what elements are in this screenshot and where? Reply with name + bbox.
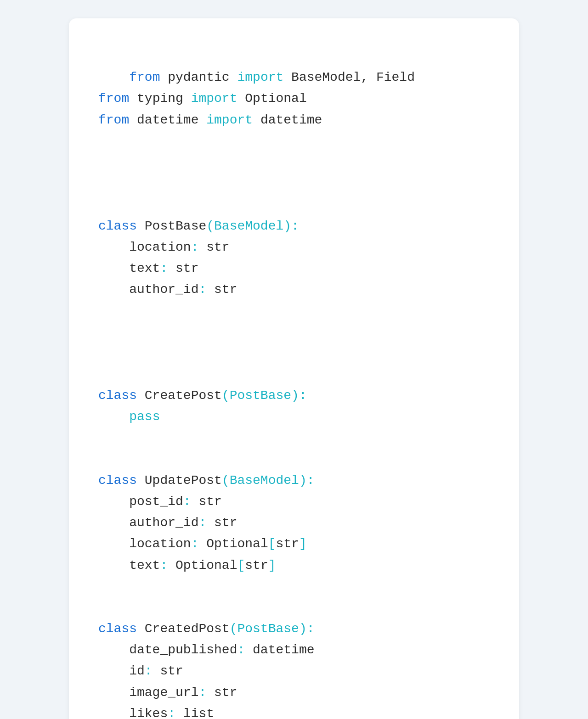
class-createdpost-field-3: image_url: str	[98, 685, 237, 700]
class-createdpost-field-1: date_published: datetime	[98, 643, 315, 657]
import-line-3: from datetime import datetime	[98, 113, 322, 127]
class-createdpost-field-4: likes: list	[98, 707, 214, 719]
class-updatepost-field-1: post_id: str	[98, 494, 222, 509]
class-postbase-field-2: text: str	[98, 261, 198, 275]
class-postbase-field-1: location: str	[98, 240, 230, 254]
class-updatepost-field-2: author_id: str	[98, 516, 237, 530]
class-postbase-field-3: author_id: str	[98, 282, 237, 297]
import-line-1: from pydantic import BaseModel, Field	[129, 70, 415, 84]
import-line-2: from typing import Optional	[98, 91, 307, 106]
code-block: from pydantic import BaseModel, Field fr…	[98, 46, 490, 719]
class-createpost-def: class CreatePost(PostBase):	[98, 388, 307, 403]
class-updatepost-field-3: location: Optional[str]	[98, 537, 307, 551]
class-updatepost-field-4: text: Optional[str]	[98, 558, 276, 573]
code-container: from pydantic import BaseModel, Field fr…	[69, 18, 519, 719]
class-postbase-def: class PostBase(BaseModel):	[98, 219, 299, 233]
class-createpost-pass: pass	[98, 410, 160, 424]
class-updatepost-def: class UpdatePost(BaseModel):	[98, 473, 315, 488]
class-createdpost-field-2: id: str	[98, 664, 183, 678]
class-createdpost-def: class CreatedPost(PostBase):	[98, 622, 315, 636]
